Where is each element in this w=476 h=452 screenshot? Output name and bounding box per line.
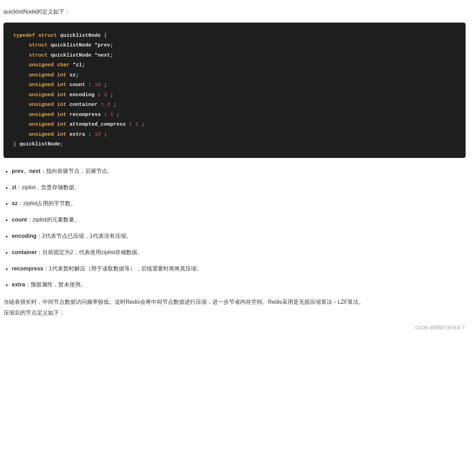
- intro-text: quicklistNode的定义如下：: [3, 7, 466, 17]
- list-item-encoding: encoding：2代表节点已压缩，1代表没有压缩。: [3, 231, 466, 241]
- code-line-6: unsigned int count : 16 ;: [13, 80, 456, 90]
- field-next: *next;: [95, 52, 113, 58]
- field-encoding: encoding :: [69, 92, 104, 98]
- type-int-4: int: [57, 102, 66, 108]
- code-line-9: unsigned int recompress : 1 ;: [13, 110, 456, 120]
- code-line-10: unsigned int attempted_compress : 1 ;: [13, 120, 456, 130]
- code-line-3: struct quicklistNode *next;: [13, 51, 456, 61]
- type-int-2: int: [57, 82, 66, 88]
- field-count: count :: [69, 82, 95, 88]
- type-unsigned-8: unsigned: [29, 132, 54, 137]
- field-sz: sz;: [69, 72, 79, 78]
- type-unsigned-3: unsigned: [29, 82, 54, 88]
- keyword-struct-1: struct: [38, 33, 57, 39]
- type-unsigned-1: unsigned: [29, 62, 54, 68]
- code-line-1: typedef struct quicklistNode {: [13, 31, 456, 41]
- type-unsigned-5: unsigned: [29, 102, 54, 108]
- type-unsigned-7: unsigned: [29, 122, 54, 127]
- keyword-typedef: typedef: [13, 33, 35, 39]
- num-2-cont: 2: [107, 102, 110, 108]
- type-int-3: int: [57, 92, 66, 98]
- code-block: typedef struct quicklistNode { struct qu…: [3, 23, 466, 158]
- bullet-list: prev、next：指向前驱节点，后驱节点。 zl：ziplist，负责存储数据…: [3, 166, 466, 290]
- num-16: 16: [95, 82, 101, 88]
- struct-close-name: quicklistNode;: [19, 141, 63, 147]
- type-unsigned-4: unsigned: [29, 92, 54, 98]
- list-item-extra: extra：预留属性，暂未使用。: [3, 280, 466, 290]
- list-item-recompress: recompress：1代表暂时解压（用于读取数据等），后续需要时再将其压缩。: [3, 264, 466, 274]
- code-line-11: unsigned int extra : 10 ;: [13, 130, 456, 140]
- field-attempted: attempted_compress :: [69, 122, 135, 127]
- num-1-recomp: 1: [110, 112, 113, 118]
- field-zl: *zl;: [73, 62, 85, 68]
- bottom-text: 当链表很长时，中间节点数据访问频率较低。这时Redis会将中间节点数据进行压缩，…: [3, 297, 466, 318]
- list-item-count: count：ziplist的元素数量。: [3, 215, 466, 225]
- num-1-att: 1: [135, 122, 138, 127]
- struct-name-3: quicklistNode: [51, 52, 91, 58]
- type-int-5: int: [57, 112, 66, 118]
- code-line-2: struct quicklistNode *prev;: [13, 41, 456, 51]
- field-container: container :: [69, 102, 107, 108]
- num-2-enc: 2: [104, 92, 107, 98]
- type-int-6: int: [57, 122, 66, 127]
- keyword-struct-3: struct: [29, 52, 48, 58]
- code-line-12: } quicklistNode;: [13, 140, 456, 150]
- code-line-7: unsigned int encoding : 2 ;: [13, 90, 456, 100]
- type-int-7: int: [57, 132, 66, 137]
- type-char: char: [57, 62, 69, 68]
- type-unsigned-2: unsigned: [29, 72, 54, 78]
- struct-name-2: quicklistNode: [51, 42, 91, 48]
- code-line-5: unsigned int sz;: [13, 70, 456, 81]
- type-int-1: int: [57, 72, 66, 78]
- field-recompress: recompress :: [69, 112, 110, 118]
- watermark: CSDN @阳阳已经存在了: [3, 324, 466, 332]
- keyword-struct-2: struct: [29, 42, 48, 48]
- num-10: 10: [95, 132, 101, 137]
- list-item-container: container：目前固定为2，代表使用ziplist存储数据。: [3, 248, 466, 258]
- field-prev: *prev;: [95, 42, 113, 48]
- type-unsigned-6: unsigned: [29, 112, 54, 118]
- list-item-zl: zl：ziplist，负责存储数据。: [3, 183, 466, 193]
- code-line-4: unsigned char *zl;: [13, 60, 456, 70]
- code-line-8: unsigned int container : 2 ;: [13, 100, 456, 110]
- struct-name-1: quicklistNode: [60, 33, 101, 39]
- field-extra: extra :: [69, 132, 95, 137]
- list-item-sz: sz：ziplist占用的字节数。: [3, 199, 466, 209]
- list-item-prev: prev、next：指向前驱节点，后驱节点。: [3, 166, 466, 176]
